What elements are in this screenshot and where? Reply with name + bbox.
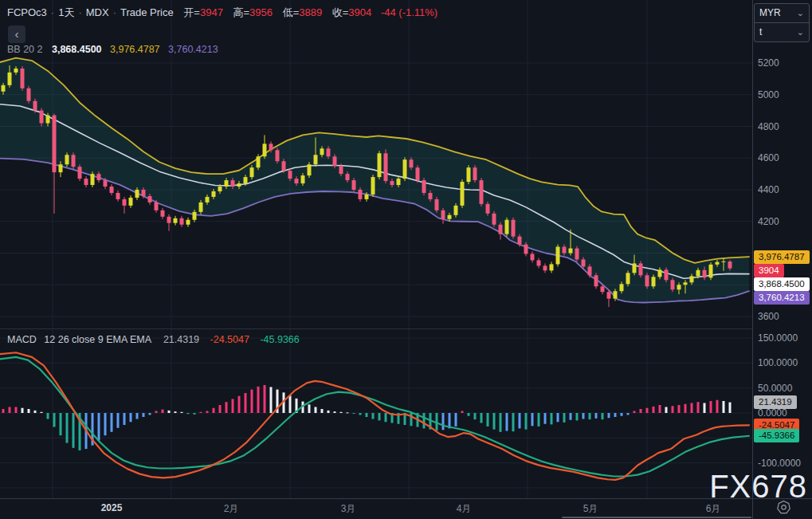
separator-dot: ·: [78, 6, 81, 18]
exchange-label: MDX: [86, 6, 109, 18]
symbol-header: FCPOc3·1天·MDX·Trade Price 开=3947 高=3956 …: [7, 6, 437, 20]
horizontal-scrollbar[interactable]: [562, 517, 751, 518]
series-type-label: Trade Price: [120, 6, 174, 18]
symbol-name[interactable]: FCPOc3: [7, 6, 47, 18]
chevron-left-icon: ‹: [15, 27, 19, 41]
time-axis-label: 5月: [583, 502, 598, 516]
bb-basis-value: 3,868.4500: [52, 44, 102, 55]
low-label: 低=: [283, 6, 300, 18]
separator-dot: ·: [51, 6, 54, 18]
trading-chart-window: FCPOc3·1天·MDX·Trade Price 开=3947 高=3956 …: [0, 0, 812, 519]
price-tick-label: 4400: [758, 184, 779, 195]
price-axis-badge: 3,976.4787: [754, 250, 810, 264]
price-tick-label: 3600: [758, 311, 779, 322]
price-axis-badge: 3,868.4500: [754, 277, 810, 291]
bb-lower-value: 3,760.4213: [168, 44, 218, 55]
price-axis-border: [752, 0, 753, 519]
macd-label: MACD: [7, 334, 37, 345]
macd-line-value: -24.5047: [210, 334, 249, 345]
price-tick-label: 4600: [758, 152, 779, 163]
time-axis-label: 3月: [341, 502, 356, 516]
time-axis-label: 2025: [101, 502, 123, 513]
axis-unit-selector: MYR ⌄ t ⌄: [754, 3, 810, 42]
price-tick-label: 5000: [758, 89, 779, 100]
change-value: -44 (-1.11%): [381, 6, 437, 18]
interval-label[interactable]: 1天: [58, 6, 74, 18]
macd-histogram-value: 21.4319: [163, 334, 199, 345]
macd-params: 12 26 close 9 EMA EMA: [44, 334, 151, 345]
price-axis-badge: 3,760.4213: [754, 291, 810, 305]
currency-select[interactable]: MYR ⌄: [755, 4, 809, 22]
high-value: 3956: [249, 6, 273, 18]
unit-select[interactable]: t ⌄: [755, 22, 809, 41]
pane-divider[interactable]: [0, 328, 753, 329]
close-value: 3904: [348, 6, 371, 18]
macd-legend[interactable]: MACD 12 26 close 9 EMA EMA 21.4319 -24.5…: [7, 334, 300, 345]
close-label: 收=: [332, 6, 349, 18]
price-tick-label: 4200: [758, 216, 779, 227]
unit-value: t: [759, 23, 762, 41]
macd-tick-label: 100.0000: [758, 357, 798, 368]
macd-pane[interactable]: [0, 329, 753, 498]
chevron-down-icon: ⌄: [797, 4, 804, 22]
time-axis-label: 6月: [706, 502, 721, 516]
time-axis-label: 2月: [224, 502, 239, 516]
open-label: 开=: [183, 6, 200, 18]
macd-tick-label: 150.0000: [758, 332, 798, 344]
bollinger-legend[interactable]: BB 20 2 3,868.4500 3,976.4787 3,760.4213: [7, 44, 218, 55]
open-value: 3947: [200, 6, 223, 18]
bb-upper-value: 3,976.4787: [110, 44, 160, 55]
price-axis-badge: 3904: [754, 264, 784, 277]
macd-axis-badge: 21.4319: [754, 395, 797, 409]
high-label: 高=: [233, 6, 249, 18]
separator-dot: ·: [113, 6, 116, 18]
macd-tick-label: 0.0000: [758, 407, 787, 419]
macd-tick-label: 50.0000: [758, 383, 792, 394]
watermark: FX678: [709, 470, 807, 502]
macd-signal-value: -45.9366: [260, 334, 299, 345]
macd-tick-label: -100.0000: [758, 458, 801, 469]
time-axis-border: [0, 498, 812, 499]
price-tick-label: 5200: [758, 57, 779, 69]
price-tick-label: 4800: [758, 121, 779, 132]
macd-axis-badge: -45.9366: [754, 429, 799, 442]
time-axis-label: 4月: [457, 502, 472, 516]
low-value: 3889: [299, 6, 322, 18]
chevron-down-icon: ⌄: [797, 23, 804, 41]
back-button[interactable]: ‹: [8, 26, 25, 43]
currency-value: MYR: [759, 4, 781, 22]
bb-label: BB 20 2: [7, 44, 42, 55]
